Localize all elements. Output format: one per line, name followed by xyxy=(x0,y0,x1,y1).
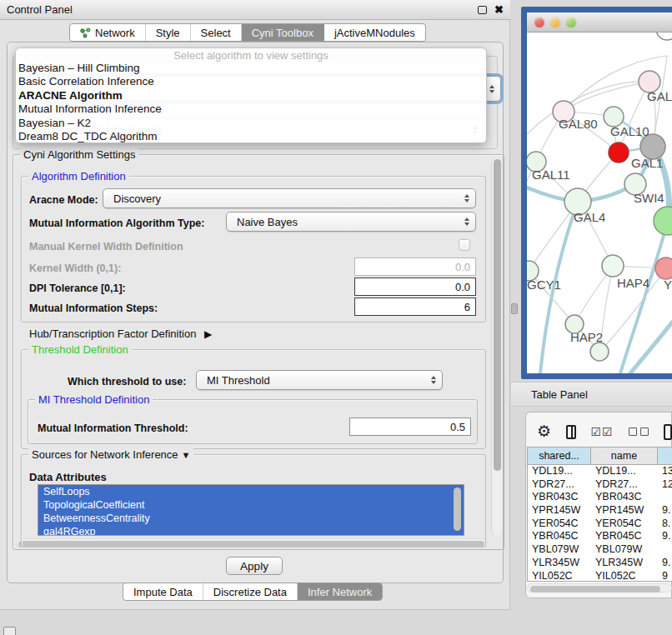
manual-kernel-width-checkbox[interactable] xyxy=(459,239,470,251)
manual-kernel-width-label: Manual Kernel Width Definition xyxy=(29,241,183,252)
algorithm-prompt: Select algorithm to view settings xyxy=(16,49,486,62)
table-row[interactable]: YBL079WYBL079W xyxy=(528,543,672,557)
tab-jactivemnodules[interactable]: jActiveMNodules xyxy=(324,24,425,41)
settings-vertical-scrollbar-thumb[interactable] xyxy=(494,159,501,471)
document-icon[interactable] xyxy=(664,424,672,440)
node-label: HAP4 xyxy=(617,276,649,290)
mi-steps-field[interactable]: 6 xyxy=(354,298,476,316)
mi-threshold-field[interactable]: 0.5 xyxy=(349,418,471,436)
aracne-mode-combo[interactable]: Discovery xyxy=(103,188,476,208)
table-cell: YLR345W xyxy=(591,557,658,570)
tab-infer-network[interactable]: Infer Network xyxy=(298,583,382,600)
combo-arrows-icon xyxy=(464,194,469,202)
mi-algorithm-type-combo[interactable]: Naive Bayes xyxy=(226,212,476,232)
splitter-handle[interactable] xyxy=(511,303,518,314)
algorithm-option[interactable]: ARACNE Algorithm xyxy=(16,89,486,102)
tab-impute-data[interactable]: Impute Data xyxy=(123,583,203,600)
node-attribute-table[interactable]: shared...nameAYDL19...YDL19...13YDR27...… xyxy=(527,447,672,582)
control-panel-titlebar: Control Panel ✖ xyxy=(0,0,510,20)
data-attribute-item[interactable]: TopologicalCoefficient xyxy=(38,498,464,512)
mi-algorithm-type-value: Naive Bayes xyxy=(227,216,298,228)
table-cell: YBR045C xyxy=(591,530,658,543)
network-canvas[interactable]: GALGAL80GAL10GAL1GAL11SWI4GAL4GCY1HAP4YH… xyxy=(527,32,672,373)
table-cell: YBR043C xyxy=(591,491,658,504)
expand-right-icon: ▶ xyxy=(204,328,212,340)
mac-zoom-icon[interactable] xyxy=(566,18,576,28)
network-icon xyxy=(80,28,91,38)
network-node[interactable] xyxy=(654,207,672,235)
apply-button[interactable]: Apply xyxy=(226,557,283,575)
algorithm-option[interactable]: Bayesian – Hill Climbing xyxy=(16,62,486,75)
dpi-tolerance-field[interactable]: 0.0 xyxy=(354,278,476,296)
deselect-all-checks-icon[interactable] xyxy=(629,428,649,436)
data-attribute-item[interactable]: SelfLoops xyxy=(38,485,464,498)
gear-icon[interactable]: ⚙ xyxy=(537,423,551,440)
network-node-y[interactable] xyxy=(655,258,672,279)
algorithm-option[interactable]: Mutual Information Inference xyxy=(16,102,486,116)
data-attribute-item[interactable]: BetweennessCentrality xyxy=(38,512,464,525)
column-header[interactable]: shared... xyxy=(528,448,591,464)
tab-network[interactable]: Network xyxy=(70,24,146,41)
table-cell: YDR27... xyxy=(528,478,591,492)
table-row[interactable]: YPR145WYPR145W9. xyxy=(528,504,672,518)
data-attributes-list[interactable]: SelfLoopsTopologicalCoefficientBetweenne… xyxy=(38,484,464,536)
network-node-gal1[interactable] xyxy=(609,142,629,162)
mi-threshold-definition-title: MI Threshold Definition xyxy=(35,393,153,406)
table-row[interactable]: YIL052CYIL052C9 xyxy=(528,570,672,582)
column-header[interactable]: name xyxy=(591,448,658,464)
float-window-icon[interactable] xyxy=(478,6,487,14)
combo-arrows-icon xyxy=(464,218,469,226)
table-header-row: shared...nameA xyxy=(528,448,672,465)
table-row[interactable]: YLR345WYLR345W9. xyxy=(528,557,672,570)
table-cell: YIL052C xyxy=(528,570,591,582)
table-cell: YER054C xyxy=(528,518,591,531)
table-toolbar: ⚙ ☑☑ xyxy=(537,418,672,445)
algorithm-option[interactable]: Basic Correlation Inference xyxy=(16,75,486,88)
algorithm-option[interactable]: Dream8 DC_TDC Algorithm xyxy=(16,130,486,143)
table-cell: YIL052C xyxy=(591,570,658,582)
table-row[interactable]: YDL19...YDL19...13 xyxy=(528,465,672,478)
mac-close-icon[interactable] xyxy=(534,18,544,28)
settings-vertical-scrollbar[interactable] xyxy=(491,158,502,536)
data-attribute-item[interactable]: gal4RGexp xyxy=(38,525,464,536)
table-cell: YBR045C xyxy=(528,530,591,543)
control-panel-tabbar: NetworkStyleSelectCyni ToolboxjActiveMNo… xyxy=(69,23,426,42)
table-cell: 9. xyxy=(658,530,672,543)
split-columns-icon[interactable] xyxy=(566,425,576,439)
table-row[interactable]: YER054CYER054C8. xyxy=(528,518,672,531)
combo-arrows-icon xyxy=(489,85,494,93)
table-row[interactable]: YBR043CYBR043C xyxy=(528,491,672,504)
table-cell: 9 xyxy=(658,570,672,582)
hub-definition-toggle[interactable]: Hub/Transcription Factor Definition ▶ xyxy=(29,328,212,340)
tab-style[interactable]: Style xyxy=(146,24,191,41)
network-view-titlebar[interactable] xyxy=(527,12,672,32)
node-label: GAL1 xyxy=(631,156,663,170)
table-row[interactable]: YDR27...YDR27...12 xyxy=(528,478,672,492)
table-cell: 12 xyxy=(658,478,672,492)
which-threshold-label: Which threshold to use: xyxy=(68,376,186,388)
table-cell: YDL19... xyxy=(528,465,591,478)
table-horizontal-scrollbar[interactable] xyxy=(527,583,672,592)
tab-cyni-toolbox[interactable]: Cyni Toolbox xyxy=(242,24,324,41)
column-header[interactable]: A xyxy=(658,448,672,464)
app-root: Control Panel ✖ NetworkStyleSelectCyni T… xyxy=(0,0,672,635)
table-cell: YER054C xyxy=(591,518,658,531)
select-all-checks-icon[interactable]: ☑☑ xyxy=(591,425,614,438)
threshold-definition-title: Threshold Definition xyxy=(28,343,132,356)
algorithm-option[interactable]: Bayesian – K2 xyxy=(16,117,486,130)
corner-widget-icon[interactable] xyxy=(3,627,16,635)
tab-discretize-data[interactable]: Discretize Data xyxy=(203,583,298,600)
which-threshold-combo[interactable]: MI Threshold xyxy=(196,370,443,390)
network-node[interactable] xyxy=(656,32,672,40)
mac-minimize-icon[interactable] xyxy=(550,18,560,28)
network-node[interactable] xyxy=(590,342,609,361)
kernel-width-field[interactable]: 0.0 xyxy=(354,258,476,276)
table-row[interactable]: YBR045CYBR045C9. xyxy=(528,530,672,543)
attributes-list-scrollbar-thumb[interactable] xyxy=(454,488,461,531)
table-horizontal-scrollbar-thumb[interactable] xyxy=(530,586,660,592)
mi-algorithm-type-label: Mutual Information Algorithm Type: xyxy=(29,218,204,229)
tab-select[interactable]: Select xyxy=(191,24,242,41)
kernel-width-label: Kernel Width (0,1): xyxy=(29,262,121,274)
network-node-hap4[interactable] xyxy=(602,255,624,277)
close-icon[interactable]: ✖ xyxy=(494,6,504,14)
